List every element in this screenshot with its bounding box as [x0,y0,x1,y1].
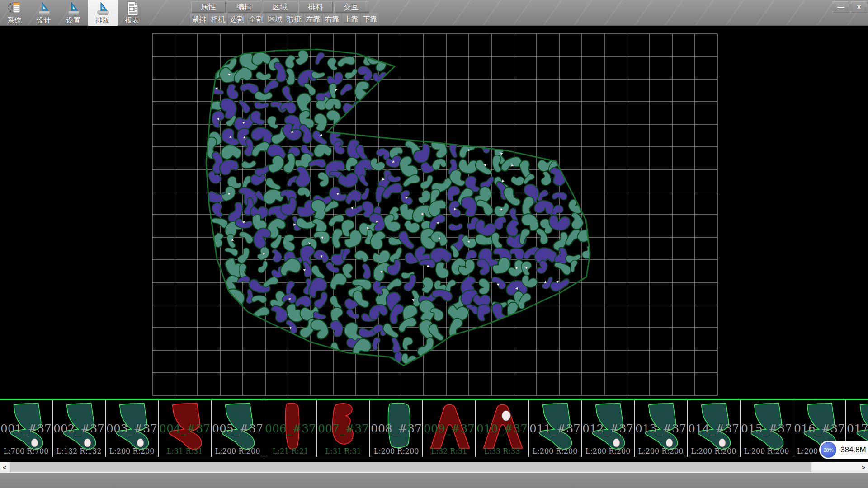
piece-id-label: 012_#37 [582,422,634,435]
main-toolbar: 系统设计设置排版报表 属性编辑区域排料交互 聚排相机选割全割区域瑕疵左靠右靠上靠… [0,0,868,26]
pieces-panel: 001_#37L:700 R:700002_#37L:132 R:132003_… [0,400,868,457]
piece-lr-label: L:200 R:200 [529,447,581,455]
close-button[interactable]: × [851,1,867,13]
piece-thumbnail-009[interactable]: 009_#37L:32 R:31 [423,400,476,457]
memory-usage-label: 384.8M [840,446,866,455]
window-controls: — × [833,1,867,13]
launcher-button-label: 排版 [96,16,110,25]
launcher-button-4[interactable]: 排版 [88,0,118,26]
menu-tab-3[interactable]: 区域 [263,1,297,13]
minimize-button[interactable]: — [833,1,849,13]
piece-thumbnail-001[interactable]: 001_#37L:700 R:700 [0,400,53,457]
piece-id-label: 017_#37 [846,422,868,435]
piece-lr-label: L:200 R:200 [212,447,264,455]
scroll-left-arrow-icon[interactable]: < [0,462,9,473]
gear-doc-icon [7,1,23,16]
piece-thumbnail-010[interactable]: 010_#37L:33 R:33 [476,400,529,457]
menu-tab-1[interactable]: 属性 [191,1,226,13]
piece-id-label: 002_#37 [53,422,105,435]
piece-id-label: 015_#37 [741,422,793,435]
setsquare-icon [37,1,52,16]
piece-thumbnail-011[interactable]: 011_#37L:200 R:200 [529,400,582,457]
memory-percent-label: 38% [823,447,833,453]
piece-lr-label: L:200 R:200 [688,447,740,455]
piece-thumbnail-014[interactable]: 014_#37L:200 R:200 [688,400,741,457]
nesting-canvas[interactable] [0,26,868,399]
tool-button-bar: 聚排相机选割全割区域瑕疵左靠右靠上靠下靠 [190,14,379,26]
tool-button-9[interactable]: 上靠 [342,14,360,26]
menu-tab-4[interactable]: 排料 [298,1,333,13]
tool-button-3[interactable]: 选割 [228,14,246,26]
menu-tab-5[interactable]: 交互 [334,1,368,13]
piece-thumbnail-003[interactable]: 003_#37L:200 R:200 [106,400,159,457]
piece-thumbnail-004[interactable]: 004_#37L:31 R:31 [159,400,212,457]
launcher-button-1[interactable]: 系统 [0,0,29,26]
piece-id-label: 014_#37 [688,422,740,435]
tool-button-4[interactable]: 全割 [247,14,265,26]
piece-thumbnail-005[interactable]: 005_#37L:200 R:200 [212,400,264,457]
tool-button-1[interactable]: 聚排 [190,14,208,26]
setsquare-icon [95,1,111,16]
piece-id-label: 013_#37 [635,422,687,435]
piece-id-label: 008_#37 [370,422,422,435]
piece-id-label: 011_#37 [529,422,581,435]
memory-badge: 38% 384.8M [819,441,868,459]
piece-lr-label: L:32 R:31 [423,447,475,455]
horizontal-scrollbar[interactable]: < > [0,462,868,473]
memory-percent-indicator: 38% [821,442,836,458]
piece-id-label: 003_#37 [106,422,158,435]
launcher-button-label: 报表 [125,16,140,25]
piece-id-label: 007_#37 [317,422,369,435]
report-doc-icon [125,1,140,16]
piece-lr-label: L:700 R:700 [0,447,52,455]
scrollbar-thumb[interactable] [10,462,811,472]
piece-id-label: 005_#37 [212,422,264,435]
launcher-button-label: 设计 [37,16,52,25]
launcher-bar: 系统设计设置排版报表 [0,0,147,26]
tool-button-2[interactable]: 相机 [209,14,227,26]
piece-thumbnail-013[interactable]: 013_#37L:200 R:200 [635,400,688,457]
piece-lr-label: L:200 R:200 [741,447,793,455]
scroll-right-arrow-icon[interactable]: > [859,462,868,473]
piece-lr-label: L:31 R:31 [317,447,369,455]
piece-lr-label: L:21 R:21 [264,447,316,455]
piece-thumbnail-015[interactable]: 015_#37L:200 R:200 [741,400,793,457]
launcher-button-label: 设置 [66,16,81,25]
piece-id-label: 006_#37 [264,422,316,435]
piece-id-label: 004_#37 [159,422,211,435]
piece-lr-label: L:200 R:200 [582,447,634,455]
tool-button-10[interactable]: 下靠 [361,14,379,26]
tool-button-7[interactable]: 左靠 [304,14,322,26]
launcher-button-3[interactable]: 设置 [59,0,88,26]
piece-lr-label: L:132 R:132 [53,447,105,455]
launcher-button-2[interactable]: 设计 [29,0,59,26]
piece-lr-label: L:31 R:31 [159,447,211,455]
piece-thumbnail-007[interactable]: 007_#37L:31 R:31 [317,400,370,457]
launcher-button-label: 系统 [8,16,22,25]
piece-id-label: 016_#37 [793,422,845,435]
tool-button-8[interactable]: 右靠 [323,14,341,26]
setsquare-icon [66,1,81,16]
piece-id-label: 010_#37 [476,422,528,435]
piece-thumbnail-012[interactable]: 012_#37L:200 R:200 [582,400,635,457]
menu-tab-bar: 属性编辑区域排料交互 [191,1,368,13]
menu-tab-2[interactable]: 编辑 [227,1,261,13]
piece-lr-label: L:33 R:33 [476,447,528,455]
piece-thumbnail-006[interactable]: 006_#37L:21 R:21 [264,400,317,457]
piece-lr-label: L:200 R:200 [106,447,158,455]
tool-button-5[interactable]: 区域 [266,14,284,26]
piece-lr-label: L:200 R:200 [370,447,422,455]
status-bar [0,473,868,488]
piece-id-label: 001_#37 [0,422,52,435]
piece-id-label: 009_#37 [423,422,475,435]
piece-thumbnail-002[interactable]: 002_#37L:132 R:132 [53,400,106,457]
tool-button-6[interactable]: 瑕疵 [285,14,303,26]
launcher-button-5[interactable]: 报表 [118,0,147,26]
piece-lr-label: L:200 R:200 [635,447,687,455]
piece-thumbnail-008[interactable]: 008_#37L:200 R:200 [370,400,423,457]
